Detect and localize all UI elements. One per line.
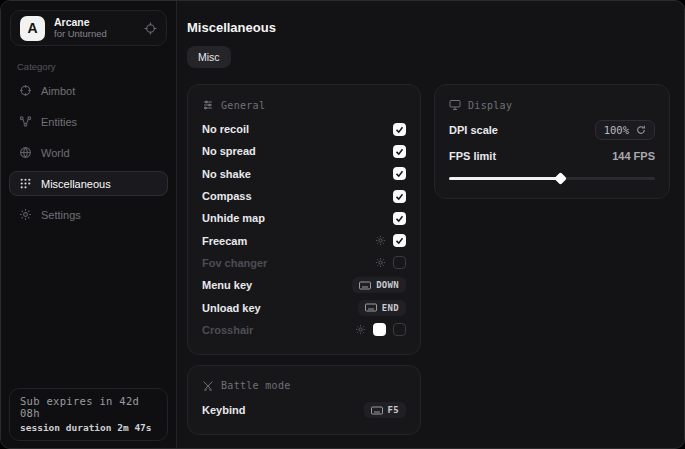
swords-icon xyxy=(202,380,214,392)
subscription-status-box: Sub expires in 42d 08h session duration … xyxy=(9,388,168,441)
gear-icon xyxy=(18,208,32,221)
panel-title: Battle mode xyxy=(221,380,291,391)
sidebar-nav: Aimbot Entities xyxy=(1,78,176,227)
setting-row-menu-key: Menu key DOWN xyxy=(202,274,406,296)
refresh-icon[interactable] xyxy=(636,125,646,135)
globe-icon xyxy=(18,146,32,159)
unload-key-keybind[interactable]: END xyxy=(358,300,406,316)
panel-title: General xyxy=(221,100,265,111)
sliders-icon xyxy=(202,99,214,111)
slider-thumb[interactable] xyxy=(554,172,567,185)
setting-row-dpi-scale: DPI scale 100% xyxy=(449,118,655,142)
app-title: Arcane xyxy=(54,17,135,29)
display-panel: Display DPI scale 100% xyxy=(434,84,670,199)
setting-row-no-spread: No spread xyxy=(202,140,406,162)
sidebar-item-settings[interactable]: Settings xyxy=(9,202,168,227)
no-shake-checkbox[interactable] xyxy=(393,167,406,180)
battle-keybind[interactable]: F5 xyxy=(364,402,406,418)
compass-checkbox[interactable] xyxy=(393,190,406,203)
app-logo: A xyxy=(20,16,45,41)
setting-row-fov-changer: Fov changer xyxy=(202,252,406,274)
crosshair-icon xyxy=(18,84,32,97)
setting-row-compass: Compass xyxy=(202,185,406,207)
target-icon[interactable] xyxy=(144,22,157,35)
keyboard-icon xyxy=(371,406,383,415)
sidebar-item-label: Settings xyxy=(41,209,81,221)
sidebar-item-aimbot[interactable]: Aimbot xyxy=(9,78,168,103)
page-title: Miscellaneous xyxy=(187,20,670,35)
fps-limit-value: 144 FPS xyxy=(612,150,655,162)
tab-bar: Misc xyxy=(187,46,670,68)
sub-expires-text: Sub expires in 42d 08h xyxy=(20,395,157,419)
dpi-scale-control[interactable]: 100% xyxy=(595,120,655,140)
setting-row-freecam: Freecam xyxy=(202,229,406,251)
arcane-window: A Arcane for Unturned Category xyxy=(0,0,685,449)
menu-key-keybind[interactable]: DOWN xyxy=(352,277,406,293)
setting-row-crosshair: Crosshair xyxy=(202,319,406,341)
app-subtitle: for Unturned xyxy=(54,29,135,39)
fov-changer-gear-icon[interactable] xyxy=(375,257,386,268)
panel-title: Display xyxy=(468,100,512,111)
setting-row-keybind: Keybind F5 xyxy=(202,399,406,421)
session-duration-text: session duration 2m 47s xyxy=(20,422,157,433)
sidebar-item-entities[interactable]: Entities xyxy=(9,109,168,134)
sidebar-item-label: Entities xyxy=(41,116,77,128)
freecam-checkbox[interactable] xyxy=(393,234,406,247)
fov-changer-checkbox[interactable] xyxy=(393,256,406,269)
unhide-map-checkbox[interactable] xyxy=(393,212,406,225)
keyboard-icon xyxy=(359,281,371,290)
entities-icon xyxy=(18,115,32,128)
crosshair-checkbox[interactable] xyxy=(393,323,406,336)
freecam-gear-icon[interactable] xyxy=(375,235,386,246)
grid-icon xyxy=(18,177,32,190)
general-panel: General No recoil No spread xyxy=(187,84,421,355)
setting-row-unload-key: Unload key END xyxy=(202,296,406,318)
crosshair-gear-icon[interactable] xyxy=(355,324,366,335)
no-recoil-checkbox[interactable] xyxy=(393,123,406,136)
tab-misc[interactable]: Misc xyxy=(187,46,231,68)
sidebar-item-miscellaneous[interactable]: Miscellaneous xyxy=(9,171,168,196)
no-spread-checkbox[interactable] xyxy=(393,145,406,158)
setting-row-fps-limit: FPS limit 144 FPS xyxy=(449,144,655,168)
app-header-card: A Arcane for Unturned xyxy=(10,10,167,46)
setting-row-no-recoil: No recoil xyxy=(202,118,406,140)
battle-mode-panel: Battle mode Keybind F5 xyxy=(187,365,421,435)
sidebar-item-label: World xyxy=(41,147,70,159)
fps-limit-slider[interactable] xyxy=(449,171,655,185)
category-label: Category xyxy=(17,61,176,72)
sidebar-item-label: Miscellaneous xyxy=(41,178,111,190)
crosshair-color-swatch[interactable] xyxy=(373,323,386,336)
setting-row-no-shake: No shake xyxy=(202,163,406,185)
sidebar-item-label: Aimbot xyxy=(41,85,75,97)
main-content: Miscellaneous Misc xyxy=(178,1,684,448)
sidebar: A Arcane for Unturned Category xyxy=(1,1,177,448)
sidebar-item-world[interactable]: World xyxy=(9,140,168,165)
keyboard-icon xyxy=(365,303,377,312)
monitor-icon xyxy=(449,99,461,111)
setting-row-unhide-map: Unhide map xyxy=(202,207,406,229)
